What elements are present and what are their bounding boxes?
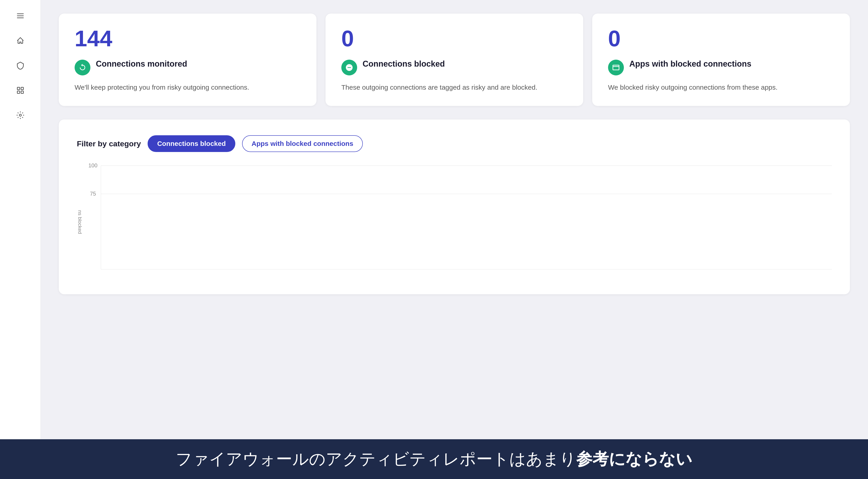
svg-rect-6: [21, 91, 24, 94]
svg-point-7: [19, 114, 21, 116]
connections-blocked-number: 0: [341, 27, 567, 50]
apps-blocked-icon: [608, 60, 624, 75]
apps-blocked-card: 0 Apps with blocked connections We block…: [592, 13, 850, 106]
chart-area: ns blocked 100 75: [77, 166, 832, 278]
apps-blocked-desc: We blocked risky outgoing connections fr…: [608, 82, 834, 92]
apps-blocked-header: Apps with blocked connections: [608, 59, 834, 75]
connections-monitored-desc: We'll keep protecting you from risky out…: [74, 82, 301, 92]
filter-apps-blocked[interactable]: Apps with blocked connections: [242, 135, 363, 152]
svg-rect-4: [21, 88, 24, 90]
sidebar: [0, 0, 41, 479]
apps-grid-icon[interactable]: [13, 83, 27, 97]
menu-icon[interactable]: [13, 9, 27, 23]
connections-blocked-card: 0 Connections blocked These outgoing con…: [326, 13, 583, 106]
stats-row: 144 Connections monitored We'll keep pro…: [59, 13, 850, 106]
connections-monitored-number: 144: [74, 27, 301, 50]
settings-icon[interactable]: [13, 108, 27, 122]
home-icon[interactable]: [13, 34, 27, 47]
y-tick-100: 100: [88, 162, 97, 169]
banner-text-bold: 参考にならない: [576, 450, 692, 468]
apps-blocked-number: 0: [608, 27, 834, 50]
banner-text-normal: ファイアウォールのアクティビティレポートはあまり: [176, 450, 576, 468]
filter-label: Filter by category: [77, 139, 141, 148]
shield-icon[interactable]: [13, 59, 27, 72]
svg-rect-5: [17, 91, 20, 94]
svg-rect-3: [17, 88, 20, 90]
main-content: 144 Connections monitored We'll keep pro…: [41, 0, 868, 479]
filter-connections-blocked[interactable]: Connections blocked: [148, 135, 235, 152]
bottom-banner: ファイアウォールのアクティビティレポートはあまり参考にならない: [0, 439, 868, 479]
connections-monitored-header: Connections monitored: [74, 59, 301, 75]
y-tick-75: 75: [90, 191, 96, 197]
apps-blocked-title: Apps with blocked connections: [629, 59, 751, 69]
y-axis-label: ns blocked: [77, 166, 83, 278]
chart-inner: 100 75: [87, 166, 832, 278]
connections-monitored-card: 144 Connections monitored We'll keep pro…: [59, 13, 316, 106]
filter-row: Filter by category Connections blocked A…: [77, 135, 832, 152]
chart-section: Filter by category Connections blocked A…: [59, 119, 850, 294]
connections-monitored-title: Connections monitored: [96, 59, 187, 69]
connections-blocked-desc: These outgoing connections are tagged as…: [341, 82, 567, 92]
connections-blocked-header: Connections blocked: [341, 59, 567, 75]
connections-blocked-icon: [341, 60, 357, 75]
connections-monitored-icon: [74, 60, 90, 75]
connections-blocked-title: Connections blocked: [363, 59, 445, 69]
